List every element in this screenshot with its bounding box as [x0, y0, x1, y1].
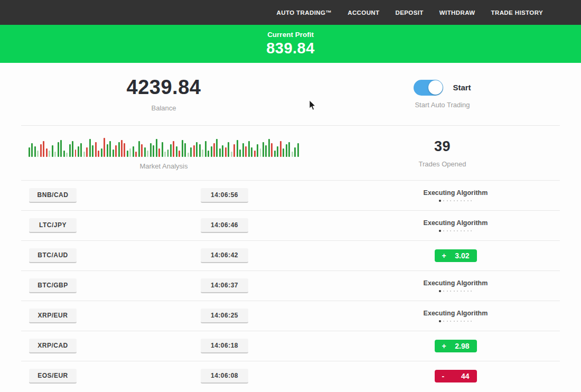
chart-bar — [69, 144, 71, 157]
chart-bar — [37, 151, 39, 157]
chart-bar — [89, 139, 91, 157]
trade-row: XRP/CAD 14:06:18 +2.98 — [21, 331, 560, 361]
chart-bar — [80, 143, 82, 157]
nav-item-deposit[interactable]: DEPOSIT — [396, 10, 424, 16]
chart-bar — [213, 143, 215, 157]
status-cell: Executing Algorithm — [364, 189, 560, 202]
chart-bar — [63, 151, 65, 157]
chart-bar — [121, 140, 123, 157]
progress-dot — [467, 200, 468, 201]
chart-bar — [95, 142, 97, 157]
chart-bar — [184, 143, 186, 157]
chart-bar — [196, 142, 198, 157]
chart-bar — [254, 151, 256, 157]
executing-status: Executing Algorithm — [424, 310, 488, 322]
chart-bar — [257, 144, 258, 157]
pair-pill[interactable]: BNB/CAD — [29, 188, 77, 203]
progress-dot — [443, 230, 444, 231]
progress-dot — [447, 200, 448, 201]
chart-bar — [233, 144, 235, 157]
stats-row-balance: 4239.84 Balance Start Start Auto Trading — [0, 63, 581, 125]
chart-bar — [113, 150, 114, 157]
auto-trading-toggle[interactable] — [414, 80, 443, 96]
progress-dot — [443, 321, 444, 322]
chart-bar — [58, 142, 59, 157]
executing-status: Executing Algorithm — [424, 219, 488, 232]
chart-bar — [205, 141, 207, 157]
pair-cell: XRP/CAD — [21, 339, 201, 353]
chart-bar — [190, 147, 192, 157]
chart-bar — [156, 139, 157, 157]
executing-text: Executing Algorithm — [424, 310, 488, 317]
progress-dot — [439, 200, 441, 202]
trade-row: BNB/CAD 14:06:56 Executing Algorithm — [21, 180, 560, 210]
nav-item-trade-history[interactable]: TRADE HISTORY — [491, 10, 543, 16]
progress-dot — [464, 200, 465, 201]
time-pill[interactable]: 14:06:37 — [201, 278, 248, 293]
chart-bar — [60, 140, 62, 157]
trade-row: BTC/AUD 14:06:42 +3.02 — [21, 240, 560, 270]
chart-bar — [199, 144, 201, 157]
chart-bar — [83, 152, 85, 157]
balance-stat: 4239.84 Balance — [0, 76, 327, 112]
time-pill[interactable]: 14:06:46 — [201, 218, 248, 233]
chart-bar — [228, 142, 229, 157]
chart-bar — [133, 146, 134, 157]
time-cell: 14:06:56 — [201, 188, 364, 203]
result-sign: - — [442, 372, 445, 380]
time-pill[interactable]: 14:06:25 — [201, 309, 248, 323]
pair-pill[interactable]: BTC/GBP — [29, 278, 77, 293]
executing-status: Executing Algorithm — [424, 189, 488, 202]
nav-item-auto-trading[interactable]: AUTO TRADING™ — [277, 10, 332, 16]
progress-dot — [461, 321, 462, 322]
status-cell: Executing Algorithm — [364, 310, 560, 322]
progress-dot — [471, 200, 472, 201]
time-pill[interactable]: 14:06:18 — [201, 339, 248, 353]
chart-bar — [268, 139, 270, 157]
result-badge: -44 — [435, 370, 477, 382]
chart-bar — [216, 139, 218, 157]
time-pill[interactable]: 14:06:56 — [201, 188, 248, 203]
chart-bar — [173, 141, 174, 157]
pair-pill[interactable]: XRP/EUR — [29, 309, 77, 323]
chart-bar — [176, 146, 177, 157]
chart-bar — [164, 152, 166, 157]
nav-item-withdraw[interactable]: WITHDRAW — [439, 10, 475, 16]
pair-pill[interactable]: LTC/JPY — [29, 218, 77, 233]
progress-dot — [450, 230, 451, 231]
chart-bar — [280, 141, 282, 157]
pair-pill[interactable]: EOS/EUR — [29, 369, 77, 384]
chart-bar — [222, 145, 223, 157]
time-cell: 14:06:18 — [201, 339, 364, 353]
market-analysis-stat: Market Analysis — [0, 136, 327, 170]
nav-item-account[interactable]: ACCOUNT — [348, 10, 379, 16]
pair-cell: BTC/AUD — [21, 248, 201, 263]
chart-bar — [150, 143, 152, 157]
top-nav: AUTO TRADING™ACCOUNTDEPOSITWITHDRAWTRADE… — [0, 0, 581, 25]
chart-bar — [182, 140, 183, 157]
chart-bar — [292, 152, 293, 157]
chart-bar — [274, 151, 276, 157]
progress-dot — [443, 200, 444, 201]
time-pill[interactable]: 14:06:42 — [201, 248, 248, 263]
progress-dot — [454, 230, 455, 231]
progress-dot — [471, 291, 472, 292]
result-value: 2.98 — [455, 342, 469, 350]
pair-pill[interactable]: BTC/AUD — [29, 248, 77, 263]
chart-bar — [115, 145, 117, 157]
toggle-row: Start — [414, 80, 471, 96]
time-cell: 14:06:37 — [201, 278, 364, 293]
progress-dot — [464, 230, 465, 231]
market-analysis-label: Market Analysis — [139, 162, 188, 170]
chart-bar — [283, 148, 284, 157]
pair-pill[interactable]: XRP/CAD — [29, 339, 77, 353]
progress-dot — [447, 321, 448, 322]
executing-status: Executing Algorithm — [424, 279, 488, 292]
status-cell: Executing Algorithm — [364, 219, 560, 232]
result-badge: +2.98 — [435, 340, 477, 352]
chart-bar — [193, 145, 195, 157]
market-analysis-chart — [29, 136, 299, 157]
nav-items: AUTO TRADING™ACCOUNTDEPOSITWITHDRAWTRADE… — [277, 10, 543, 16]
balance-value: 4239.84 — [127, 76, 201, 99]
time-pill[interactable]: 14:06:08 — [201, 369, 248, 384]
